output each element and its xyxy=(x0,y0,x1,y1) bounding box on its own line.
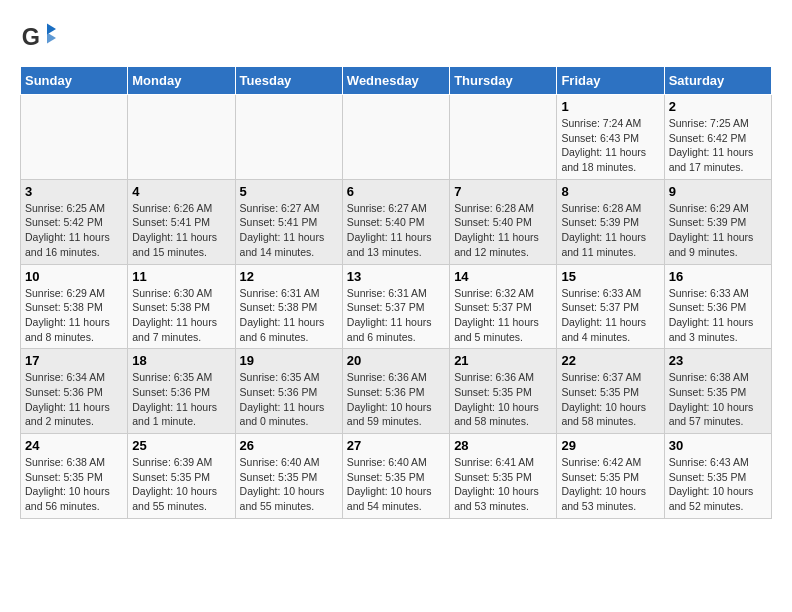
calendar-cell xyxy=(342,95,449,180)
calendar-cell xyxy=(235,95,342,180)
day-number: 26 xyxy=(240,438,338,453)
day-info: Sunrise: 6:30 AM Sunset: 5:38 PM Dayligh… xyxy=(132,286,230,345)
day-number: 4 xyxy=(132,184,230,199)
day-info: Sunrise: 6:26 AM Sunset: 5:41 PM Dayligh… xyxy=(132,201,230,260)
week-row-1: 1Sunrise: 7:24 AM Sunset: 6:43 PM Daylig… xyxy=(21,95,772,180)
day-number: 25 xyxy=(132,438,230,453)
calendar-header: SundayMondayTuesdayWednesdayThursdayFrid… xyxy=(21,67,772,95)
day-number: 11 xyxy=(132,269,230,284)
weekday-tuesday: Tuesday xyxy=(235,67,342,95)
calendar-cell: 5Sunrise: 6:27 AM Sunset: 5:41 PM Daylig… xyxy=(235,179,342,264)
day-number: 5 xyxy=(240,184,338,199)
day-number: 3 xyxy=(25,184,123,199)
calendar-cell: 15Sunrise: 6:33 AM Sunset: 5:37 PM Dayli… xyxy=(557,264,664,349)
calendar-cell: 21Sunrise: 6:36 AM Sunset: 5:35 PM Dayli… xyxy=(450,349,557,434)
calendar-cell: 8Sunrise: 6:28 AM Sunset: 5:39 PM Daylig… xyxy=(557,179,664,264)
day-info: Sunrise: 6:31 AM Sunset: 5:37 PM Dayligh… xyxy=(347,286,445,345)
day-info: Sunrise: 6:42 AM Sunset: 5:35 PM Dayligh… xyxy=(561,455,659,514)
calendar-cell: 30Sunrise: 6:43 AM Sunset: 5:35 PM Dayli… xyxy=(664,434,771,519)
day-number: 17 xyxy=(25,353,123,368)
calendar-cell: 23Sunrise: 6:38 AM Sunset: 5:35 PM Dayli… xyxy=(664,349,771,434)
calendar-cell: 1Sunrise: 7:24 AM Sunset: 6:43 PM Daylig… xyxy=(557,95,664,180)
calendar-cell: 7Sunrise: 6:28 AM Sunset: 5:40 PM Daylig… xyxy=(450,179,557,264)
page-header: G xyxy=(20,20,772,56)
day-number: 8 xyxy=(561,184,659,199)
calendar-cell: 14Sunrise: 6:32 AM Sunset: 5:37 PM Dayli… xyxy=(450,264,557,349)
day-number: 24 xyxy=(25,438,123,453)
day-info: Sunrise: 6:36 AM Sunset: 5:35 PM Dayligh… xyxy=(454,370,552,429)
weekday-wednesday: Wednesday xyxy=(342,67,449,95)
day-info: Sunrise: 6:28 AM Sunset: 5:40 PM Dayligh… xyxy=(454,201,552,260)
day-number: 9 xyxy=(669,184,767,199)
day-info: Sunrise: 6:33 AM Sunset: 5:37 PM Dayligh… xyxy=(561,286,659,345)
week-row-3: 10Sunrise: 6:29 AM Sunset: 5:38 PM Dayli… xyxy=(21,264,772,349)
weekday-thursday: Thursday xyxy=(450,67,557,95)
day-number: 15 xyxy=(561,269,659,284)
calendar-cell: 29Sunrise: 6:42 AM Sunset: 5:35 PM Dayli… xyxy=(557,434,664,519)
weekday-header-row: SundayMondayTuesdayWednesdayThursdayFrid… xyxy=(21,67,772,95)
calendar-cell: 11Sunrise: 6:30 AM Sunset: 5:38 PM Dayli… xyxy=(128,264,235,349)
day-number: 27 xyxy=(347,438,445,453)
day-info: Sunrise: 6:27 AM Sunset: 5:41 PM Dayligh… xyxy=(240,201,338,260)
day-number: 28 xyxy=(454,438,552,453)
calendar-cell: 4Sunrise: 6:26 AM Sunset: 5:41 PM Daylig… xyxy=(128,179,235,264)
calendar-cell: 20Sunrise: 6:36 AM Sunset: 5:36 PM Dayli… xyxy=(342,349,449,434)
calendar-cell: 3Sunrise: 6:25 AM Sunset: 5:42 PM Daylig… xyxy=(21,179,128,264)
day-info: Sunrise: 6:35 AM Sunset: 5:36 PM Dayligh… xyxy=(132,370,230,429)
logo-icon: G xyxy=(20,20,56,56)
calendar-cell: 16Sunrise: 6:33 AM Sunset: 5:36 PM Dayli… xyxy=(664,264,771,349)
day-info: Sunrise: 6:36 AM Sunset: 5:36 PM Dayligh… xyxy=(347,370,445,429)
calendar-cell: 10Sunrise: 6:29 AM Sunset: 5:38 PM Dayli… xyxy=(21,264,128,349)
day-info: Sunrise: 6:31 AM Sunset: 5:38 PM Dayligh… xyxy=(240,286,338,345)
day-info: Sunrise: 6:38 AM Sunset: 5:35 PM Dayligh… xyxy=(669,370,767,429)
day-info: Sunrise: 6:32 AM Sunset: 5:37 PM Dayligh… xyxy=(454,286,552,345)
calendar-cell: 13Sunrise: 6:31 AM Sunset: 5:37 PM Dayli… xyxy=(342,264,449,349)
calendar-cell xyxy=(128,95,235,180)
day-number: 6 xyxy=(347,184,445,199)
day-number: 12 xyxy=(240,269,338,284)
day-info: Sunrise: 7:25 AM Sunset: 6:42 PM Dayligh… xyxy=(669,116,767,175)
weekday-saturday: Saturday xyxy=(664,67,771,95)
day-number: 1 xyxy=(561,99,659,114)
calendar-cell xyxy=(21,95,128,180)
day-info: Sunrise: 6:40 AM Sunset: 5:35 PM Dayligh… xyxy=(240,455,338,514)
day-number: 2 xyxy=(669,99,767,114)
day-number: 21 xyxy=(454,353,552,368)
day-info: Sunrise: 6:35 AM Sunset: 5:36 PM Dayligh… xyxy=(240,370,338,429)
day-info: Sunrise: 6:39 AM Sunset: 5:35 PM Dayligh… xyxy=(132,455,230,514)
calendar-cell: 19Sunrise: 6:35 AM Sunset: 5:36 PM Dayli… xyxy=(235,349,342,434)
calendar-body: 1Sunrise: 7:24 AM Sunset: 6:43 PM Daylig… xyxy=(21,95,772,519)
calendar-cell: 27Sunrise: 6:40 AM Sunset: 5:35 PM Dayli… xyxy=(342,434,449,519)
calendar-cell: 2Sunrise: 7:25 AM Sunset: 6:42 PM Daylig… xyxy=(664,95,771,180)
week-row-5: 24Sunrise: 6:38 AM Sunset: 5:35 PM Dayli… xyxy=(21,434,772,519)
day-number: 29 xyxy=(561,438,659,453)
week-row-4: 17Sunrise: 6:34 AM Sunset: 5:36 PM Dayli… xyxy=(21,349,772,434)
weekday-friday: Friday xyxy=(557,67,664,95)
day-info: Sunrise: 6:34 AM Sunset: 5:36 PM Dayligh… xyxy=(25,370,123,429)
calendar-table: SundayMondayTuesdayWednesdayThursdayFrid… xyxy=(20,66,772,519)
day-number: 22 xyxy=(561,353,659,368)
day-info: Sunrise: 6:25 AM Sunset: 5:42 PM Dayligh… xyxy=(25,201,123,260)
weekday-sunday: Sunday xyxy=(21,67,128,95)
day-number: 20 xyxy=(347,353,445,368)
day-info: Sunrise: 6:38 AM Sunset: 5:35 PM Dayligh… xyxy=(25,455,123,514)
day-info: Sunrise: 6:33 AM Sunset: 5:36 PM Dayligh… xyxy=(669,286,767,345)
calendar-cell: 26Sunrise: 6:40 AM Sunset: 5:35 PM Dayli… xyxy=(235,434,342,519)
day-info: Sunrise: 6:37 AM Sunset: 5:35 PM Dayligh… xyxy=(561,370,659,429)
day-number: 23 xyxy=(669,353,767,368)
calendar-cell: 12Sunrise: 6:31 AM Sunset: 5:38 PM Dayli… xyxy=(235,264,342,349)
calendar-cell: 6Sunrise: 6:27 AM Sunset: 5:40 PM Daylig… xyxy=(342,179,449,264)
day-number: 13 xyxy=(347,269,445,284)
day-number: 7 xyxy=(454,184,552,199)
svg-text:G: G xyxy=(22,24,40,50)
day-info: Sunrise: 6:28 AM Sunset: 5:39 PM Dayligh… xyxy=(561,201,659,260)
day-number: 30 xyxy=(669,438,767,453)
day-info: Sunrise: 7:24 AM Sunset: 6:43 PM Dayligh… xyxy=(561,116,659,175)
day-info: Sunrise: 6:43 AM Sunset: 5:35 PM Dayligh… xyxy=(669,455,767,514)
day-info: Sunrise: 6:29 AM Sunset: 5:39 PM Dayligh… xyxy=(669,201,767,260)
day-number: 16 xyxy=(669,269,767,284)
day-number: 10 xyxy=(25,269,123,284)
calendar-cell: 17Sunrise: 6:34 AM Sunset: 5:36 PM Dayli… xyxy=(21,349,128,434)
calendar-cell: 24Sunrise: 6:38 AM Sunset: 5:35 PM Dayli… xyxy=(21,434,128,519)
day-number: 14 xyxy=(454,269,552,284)
